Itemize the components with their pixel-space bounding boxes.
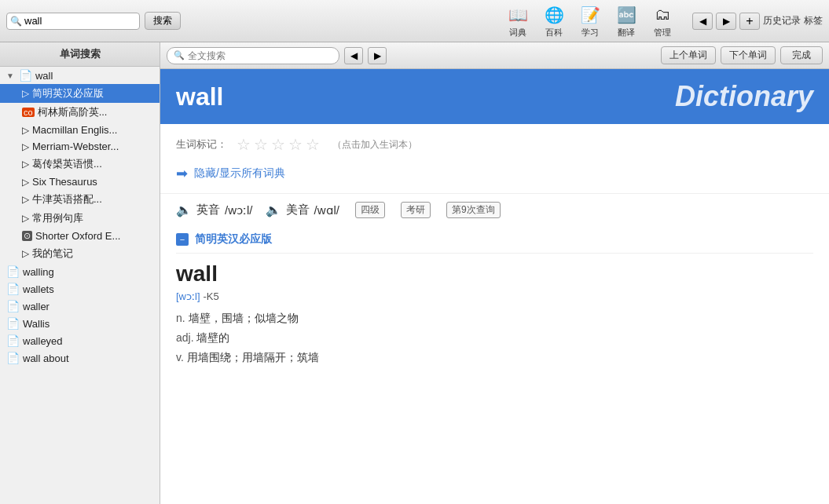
sidebar-oxford-col-label: 牛津英语搭配... [32,192,102,206]
star-4[interactable]: ☆ [288,135,303,154]
word-file-icon3: 📄 [6,300,20,312]
word-file-icon5: 📄 [6,334,20,347]
sidebar-grape-label: 葛传槼英语惯... [32,157,102,171]
pos-adj: adj. [176,331,194,344]
six-icon: ▷ [22,177,29,188]
show-all-dicts-row: ➡ 隐藏/显示所有词典 [176,160,813,187]
fulltext-search-box: 🔍 [167,47,339,64]
entry-def-2: adj. 墙壁的 [176,328,813,348]
sidebar-item-wall[interactable]: ▼ 📄 wall [0,67,160,84]
sidebar-item-examples[interactable]: ▷ 常用例句库 [0,209,160,228]
translate-button[interactable]: 🔤 翻译 [609,2,644,40]
study-icon: 📝 [579,4,601,26]
sidebar-wallets-label: wallets [23,283,54,295]
def-adj-text: 墙壁的 [196,331,229,344]
manage-label: 管理 [654,27,671,38]
star-2[interactable]: ☆ [254,135,268,154]
toolbar-right: ◀ ▶ + 历史记录 标签 [692,13,823,30]
dict-header: wall Dictionary [160,69,829,124]
content-toolbar: 🔍 ◀ ▶ 上个单词 下个单词 完成 [160,42,829,69]
sidebar-item-shorter[interactable]: ⊙ Shorter Oxford E... [0,228,160,244]
fulltext-search-input[interactable] [188,50,332,61]
entry-definitions: n. 墙壁，围墙；似墙之物 adj. 墙壁的 v. 用墙围绕；用墙隔开；筑墙 [160,305,829,371]
toolbar-search-input[interactable] [24,15,156,27]
wiki-label: 百科 [545,27,563,38]
wiki-icon: 🌐 [543,4,565,26]
sidebar-word-wallets[interactable]: 📄 wallets [0,280,160,298]
star-1[interactable]: ☆ [237,135,251,154]
entry-def-3: v. 用墙围绕；用墙隔开；筑墙 [176,348,813,367]
sidebar-word-waller[interactable]: 📄 waller [0,298,160,315]
sidebar-item-grape[interactable]: ▷ 葛传槼英语惯... [0,155,160,173]
sidebar-item-notes[interactable]: ▷ 我的笔记 [0,244,160,263]
sidebar-word-walleyed[interactable]: 📄 walleyed [0,332,160,349]
dict-button[interactable]: 📖 词典 [501,2,535,40]
entry-phonetic: [wɔːl] -K5 [160,290,829,305]
sidebar-item-oxford-col[interactable]: ▷ 牛津英语搭配... [0,190,160,209]
sidebar-item-six[interactable]: ▷ Six Thesaurus [0,173,160,190]
wiki-button[interactable]: 🌐 百科 [537,2,571,40]
collapse-button[interactable]: − [176,233,189,246]
sidebar-walling-label: walling [23,266,54,278]
us-speaker-icon[interactable]: 🔈 [266,203,281,217]
def-verb-text: 用墙围绕；用墙隔开；筑墙 [187,351,319,363]
sidebar-item-merriam[interactable]: ▷ Merriam-Webster... [0,138,160,155]
translate-label: 翻译 [618,27,635,38]
level-badge-cet4: 四级 [355,202,385,218]
main-toolbar: 🔍 ✕ 搜索 📖 词典 🌐 百科 📝 学习 🔤 翻译 🗂 管理 ◀ ▶ + 历 [0,0,829,42]
content-next-button[interactable]: ▶ [368,47,387,64]
history-label: 历史记录 [763,14,801,27]
def-noun-text: 墙壁，围墙；似墙之物 [189,312,299,324]
sidebar-item-collins[interactable]: co 柯林斯高阶英... [0,103,160,122]
merriam-icon: ▷ [22,141,29,152]
sidebar-word-wallabout[interactable]: 📄 wall about [0,349,160,367]
sidebar-macmillan-label: Macmillan Englis... [32,124,117,136]
oxford-col-icon: ▷ [22,194,29,205]
bookmark-label: 标签 [804,14,823,27]
macmillan-icon: ▷ [22,125,29,136]
grape-icon: ▷ [22,159,29,170]
star-3[interactable]: ☆ [271,135,285,154]
entry-phonetic-prefix: [wɔːl] [176,290,200,302]
section-title: 简明英汉必应版 [195,232,272,247]
sidebar-header: 单词搜索 [0,42,160,67]
sidebar-item-macmillan[interactable]: ▷ Macmillan Englis... [0,122,160,138]
sidebar-walleyed-label: walleyed [23,335,63,347]
content-prev-button[interactable]: ◀ [344,47,363,64]
show-all-dicts-link[interactable]: 隐藏/显示所有词典 [194,166,285,181]
dict-label: 词典 [509,27,526,38]
sidebar-wallabout-label: wall about [23,352,69,364]
sidebar-word-walling[interactable]: 📄 walling [0,263,160,280]
word-file-icon: 📄 [6,265,20,278]
done-button[interactable]: 完成 [780,46,823,64]
us-label: 美音 [286,203,310,217]
sidebar-examples-label: 常用例句库 [32,211,83,225]
entry-headword: wall [160,254,829,290]
back-button[interactable]: ◀ [692,13,713,30]
prev-word-button[interactable]: 上个单词 [661,46,716,64]
star-5[interactable]: ☆ [306,135,320,154]
sidebar-word-wallis[interactable]: 📄 Wallis [0,315,160,332]
section-header: − 简明英汉必应版 [176,226,813,254]
uk-ipa: /wɔːl/ [225,203,253,217]
sidebar-notes-label: 我的笔记 [32,247,73,261]
next-word-button[interactable]: 下个单词 [721,46,776,64]
search-button[interactable]: 搜索 [145,12,181,30]
uk-phonetic: 🔈 英音 /wɔːl/ [176,203,253,217]
forward-button[interactable]: ▶ [716,13,736,30]
manage-button[interactable]: 🗂 管理 [645,2,680,40]
sidebar-item-jianjian[interactable]: ▷ 简明英汉必应版 [0,84,160,103]
blue-arrow-icon: ➡ [176,165,188,182]
sidebar-waller-label: waller [23,301,50,312]
dict-sub-icon: ▷ [22,88,29,99]
us-ipa: /wɑl/ [314,203,340,217]
uk-label: 英音 [196,203,220,217]
sidebar: 单词搜索 ▼ 📄 wall ▷ 简明英汉必应版 co 柯林斯高阶英... ▷ M… [0,42,160,504]
add-tab-button[interactable]: + [739,13,760,30]
uk-speaker-icon[interactable]: 🔈 [176,203,192,217]
sidebar-collins-label: 柯林斯高阶英... [38,105,108,119]
study-button[interactable]: 📝 学习 [573,2,607,40]
sidebar-jianjian-label: 简明英汉必应版 [32,86,104,100]
content-area: 🔍 ◀ ▶ 上个单词 下个单词 完成 wall Dictionary 生词标记：… [160,42,829,504]
entry-def-1: n. 墙壁，围墙；似墙之物 [176,309,813,328]
